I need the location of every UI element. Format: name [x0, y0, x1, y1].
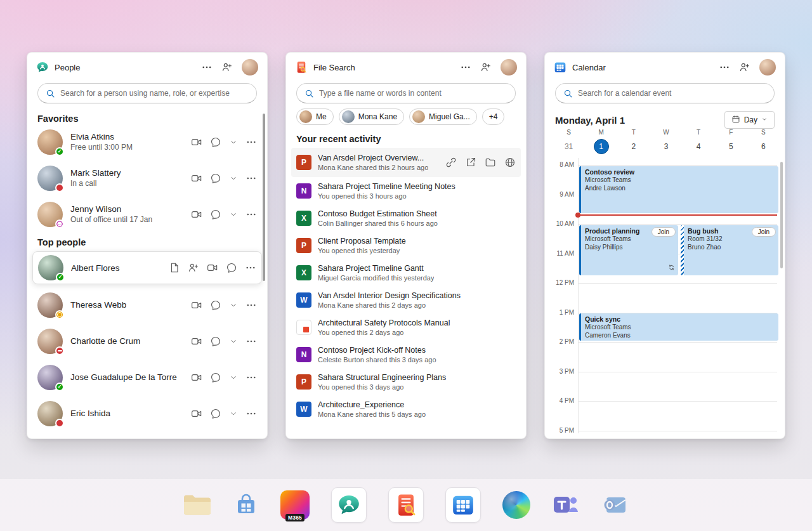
taskbar-outlook-icon[interactable]	[601, 491, 629, 519]
more-icon[interactable]	[460, 62, 471, 73]
chat-icon[interactable]	[210, 372, 221, 383]
filter-chip-me[interactable]: Me	[296, 108, 334, 125]
avatar	[37, 166, 63, 191]
person-row[interactable]: Mark Slattery In a call	[37, 160, 257, 196]
file-row[interactable]: Client Proposal Template You opened this…	[291, 232, 521, 259]
taskbar-calendar-app[interactable]	[445, 487, 481, 523]
chevron-down-icon[interactable]	[229, 301, 238, 310]
view-selector-button[interactable]: Day	[724, 111, 775, 129]
video-call-icon[interactable]	[191, 209, 202, 220]
share-icon[interactable]	[465, 157, 476, 168]
file-row[interactable]: Sahara Structural Engineering Plans You …	[291, 368, 521, 395]
chat-icon[interactable]	[210, 136, 221, 148]
chevron-down-icon[interactable]	[229, 373, 238, 382]
person-row[interactable]: Jose Guadalupe De la Torre	[37, 359, 257, 395]
more-icon[interactable]	[246, 299, 257, 311]
chevron-down-icon[interactable]	[229, 337, 238, 346]
event-bug-bush[interactable]: Bug bush Room 31/32 Bruno Zhao Join	[681, 225, 778, 275]
date-cell[interactable]: 4	[683, 138, 715, 155]
time-label: 2 PM	[553, 338, 574, 345]
person-row[interactable]: Jenny Wilson Out of office until 17 Jan	[37, 196, 257, 232]
filter-chip-more[interactable]: +4	[482, 108, 505, 125]
video-call-icon[interactable]	[191, 173, 202, 184]
file-row[interactable]: Architectural Safety Protocols Manual Yo…	[291, 313, 521, 341]
taskbar-file-explorer-icon[interactable]	[183, 493, 212, 517]
chat-icon[interactable]	[226, 262, 237, 273]
avatar	[38, 255, 63, 280]
file-row[interactable]: Sahara Project Timeline Meeting Notes Yo…	[291, 177, 521, 204]
file-search-input[interactable]	[319, 89, 508, 98]
more-icon[interactable]	[719, 62, 730, 73]
event-product-planning[interactable]: Product planning Microsoft Teams Daisy P…	[579, 225, 678, 275]
chevron-down-icon[interactable]	[229, 210, 238, 219]
join-button[interactable]: Join	[752, 227, 776, 237]
more-icon[interactable]	[246, 173, 257, 184]
person-row-selected[interactable]: Albert Flores	[32, 251, 262, 284]
file-row[interactable]: Sahara Project Timeline Gantt Miguel Gar…	[291, 259, 521, 286]
chat-icon[interactable]	[210, 299, 221, 311]
taskbar-file-search-app[interactable]	[388, 487, 424, 523]
account-avatar[interactable]	[759, 59, 776, 75]
event-quick-sync[interactable]: Quick sync Microsoft Teams Cameron Evans	[579, 313, 778, 341]
taskbar-edge-icon[interactable]	[502, 491, 530, 519]
document-icon[interactable]	[169, 262, 180, 273]
file-row[interactable]: Contoso Budget Estimation Sheet Colin Ba…	[291, 204, 521, 232]
file-title: Contoso Budget Estimation Sheet	[318, 209, 438, 218]
more-icon[interactable]	[246, 372, 257, 383]
taskbar-teams-icon[interactable]	[552, 491, 580, 519]
taskbar-people-app[interactable]	[331, 487, 367, 523]
calendar-search-input[interactable]	[578, 89, 766, 98]
scrollbar[interactable]	[780, 162, 783, 268]
file-row[interactable]: Van Arsdel Interior Design Specification…	[291, 286, 521, 313]
more-icon[interactable]	[246, 209, 257, 220]
org-chart-icon[interactable]	[188, 262, 199, 273]
file-row[interactable]: Van Arsdel Project Overview... Mona Kane…	[291, 148, 521, 177]
chat-icon[interactable]	[210, 408, 221, 419]
more-icon[interactable]	[246, 336, 257, 347]
video-call-icon[interactable]	[191, 299, 202, 311]
filter-chip-person[interactable]: Miguel Ga...	[409, 108, 477, 125]
account-avatar[interactable]	[242, 59, 258, 75]
chevron-down-icon[interactable]	[229, 174, 238, 183]
folder-icon[interactable]	[485, 157, 496, 168]
date-cell-selected[interactable]: 1	[585, 138, 617, 155]
chat-icon[interactable]	[210, 336, 221, 347]
event-contoso-review[interactable]: Contoso review Microsoft Teams Andre Law…	[579, 166, 778, 213]
person-row[interactable]: Elvia Atkins Free until 3:00 PM	[37, 124, 257, 160]
link-icon[interactable]	[445, 157, 457, 168]
date-cell[interactable]: 2	[617, 138, 650, 155]
more-icon[interactable]	[245, 262, 256, 273]
scrollbar[interactable]	[263, 114, 265, 281]
video-call-icon[interactable]	[207, 262, 218, 273]
person-row[interactable]: Eric Ishida	[37, 395, 257, 431]
join-button[interactable]: Join	[652, 227, 676, 237]
taskbar-m365-icon[interactable]: M365	[280, 490, 310, 520]
file-row[interactable]: Architecture_Experience Mona Kane shared…	[291, 395, 521, 423]
date-cell[interactable]: 31	[553, 138, 585, 155]
filter-chip-person[interactable]: Mona Kane	[339, 108, 404, 125]
more-icon[interactable]	[246, 408, 257, 419]
person-row[interactable]: Theresa Webb	[37, 287, 257, 323]
date-cell[interactable]: 6	[747, 138, 780, 155]
chat-icon[interactable]	[210, 173, 221, 184]
date-cell[interactable]: 5	[715, 138, 747, 155]
video-call-icon[interactable]	[191, 408, 202, 419]
file-row[interactable]: Contoso Project Kick-off Notes Celeste B…	[291, 341, 521, 368]
chevron-down-icon[interactable]	[229, 409, 238, 418]
globe-icon[interactable]	[504, 157, 516, 168]
account-avatar[interactable]	[501, 59, 517, 75]
video-call-icon[interactable]	[191, 372, 202, 383]
chevron-down-icon[interactable]	[229, 138, 238, 147]
person-add-icon[interactable]	[739, 62, 750, 73]
person-add-icon[interactable]	[221, 62, 233, 73]
taskbar-store-icon[interactable]	[233, 492, 259, 518]
people-search-input[interactable]	[60, 89, 249, 98]
date-cell[interactable]: 3	[650, 138, 682, 155]
chat-icon[interactable]	[210, 209, 221, 220]
video-call-icon[interactable]	[191, 136, 202, 148]
person-add-icon[interactable]	[480, 62, 492, 73]
video-call-icon[interactable]	[191, 336, 202, 347]
more-icon[interactable]	[201, 62, 213, 73]
more-icon[interactable]	[246, 136, 257, 148]
person-row[interactable]: Charlotte de Crum	[37, 323, 257, 359]
